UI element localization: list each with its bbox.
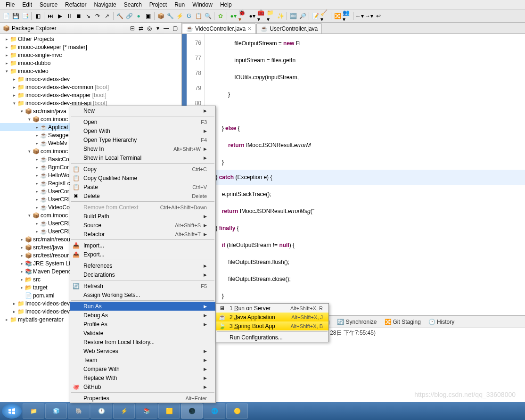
ctx-profile-as[interactable]: Profile As▶ [70, 320, 215, 329]
app-icon[interactable]: 🟨 [158, 404, 180, 419]
expander-icon[interactable]: ▸ [4, 52, 9, 58]
ctx-show-in[interactable]: Show InAlt+Shift+W▶ [70, 144, 215, 153]
editor-body[interactable]: 76 77 78 79 80 fileOutputStream = new Fi… [182, 34, 525, 315]
expander-icon[interactable]: ▸ [34, 229, 40, 234]
ctx-validate[interactable]: Validate [70, 329, 215, 338]
expander-icon[interactable]: ▸ [4, 317, 9, 322]
menu-edit[interactable]: Edit [18, 0, 36, 9]
tree-item[interactable]: ▸ 📁 imooc-videos-dev-mapper [boot] [0, 91, 181, 99]
new-icon[interactable]: 📄 [2, 12, 10, 20]
filter-icon[interactable]: 🧹▾ [320, 12, 329, 20]
expander-icon[interactable]: ▸ [19, 245, 25, 250]
debug-dd-icon[interactable]: 🐞▾ [238, 12, 247, 20]
tasks-icon[interactable]: 📝 [311, 12, 320, 20]
ctx-restore-from-local-history-[interactable]: Restore from Local History... [70, 338, 215, 346]
wizard-icon[interactable]: ✨ [276, 12, 285, 20]
ctx-debug-as[interactable]: Debug As▶ [70, 311, 215, 320]
link-editor-icon[interactable]: ⇄ [137, 25, 145, 32]
stepover-icon[interactable]: ↷ [93, 12, 102, 20]
preview-icon[interactable]: 🟡 [226, 404, 248, 419]
ctx-declarations[interactable]: Declarations▶ [70, 270, 215, 279]
ctx-properties[interactable]: PropertiesAlt+Enter [70, 394, 215, 403]
relaunch-icon[interactable]: ● [134, 12, 143, 20]
menu-search[interactable]: Search [120, 0, 146, 9]
minimize-icon[interactable]: — [163, 25, 170, 32]
menu-refactor[interactable]: Refactor [61, 0, 90, 9]
stop-icon[interactable]: ⏹ [74, 12, 83, 20]
pause-icon[interactable]: ⏸ [65, 12, 74, 20]
ctx-compare-with[interactable]: Compare With▶ [70, 364, 215, 373]
stepout-icon[interactable]: ↗ [103, 12, 111, 20]
run-dd-icon[interactable]: ●▾ [229, 12, 238, 20]
sub--pring-boot-app[interactable]: 🍃3 Spring Boot AppAlt+Shift+X, B [216, 321, 328, 330]
ctx-import-[interactable]: 📥Import... [70, 241, 215, 250]
new2-dd-icon[interactable]: 📁▾ [267, 12, 275, 20]
expander-icon[interactable]: ▸ [34, 221, 40, 226]
ctx-open-type-hierarchy[interactable]: Open Type HierarchyF4 [70, 135, 215, 144]
menu-navigate[interactable]: Navigate [90, 0, 120, 9]
expander-icon[interactable]: ▸ [19, 277, 25, 282]
boot-dash-icon[interactable]: ▣ [144, 12, 152, 20]
tool1-icon[interactable]: 📦 [156, 12, 165, 20]
last-edit-icon[interactable]: ↩ [374, 12, 383, 20]
beans-icon[interactable]: ✿ [216, 12, 225, 20]
ctx-source[interactable]: SourceAlt+Shift+S▶ [70, 221, 215, 230]
menu-window[interactable]: Window [189, 0, 216, 9]
ctx-open-with[interactable]: Open With▶ [70, 126, 215, 135]
focus-icon[interactable]: ◎ [146, 25, 153, 32]
editor-tab-user[interactable]: ☕ UserController.java [256, 23, 322, 33]
link-icon[interactable]: 🔗 [125, 12, 133, 20]
build-icon[interactable]: 🔨 [115, 12, 124, 20]
explorer-icon[interactable]: 📁 [23, 404, 44, 419]
expander-icon[interactable]: ▸ [34, 205, 40, 210]
code-content[interactable]: fileOutputStream = new Fi inputStream = … [205, 34, 525, 315]
run-icon[interactable]: ▶ [56, 12, 64, 20]
debug-skip-icon[interactable]: ⏭ [46, 12, 55, 20]
open-type-icon[interactable]: 🔤 [289, 12, 297, 20]
expander-icon[interactable]: ▸ [11, 92, 17, 98]
expander-icon[interactable]: ▸ [34, 156, 40, 162]
tree-item[interactable]: ▸ 📁 imooc-zookeeper [* master] [0, 43, 181, 51]
ctx-delete[interactable]: ✖DeleteDelete [70, 191, 215, 200]
ctx-team[interactable]: Team▶ [70, 355, 215, 364]
menu-run[interactable]: Run [171, 0, 189, 9]
expander-icon[interactable]: ▸ [11, 76, 17, 82]
tool2-icon[interactable]: 🔧 [166, 12, 174, 20]
editor-tab-video[interactable]: ☕ VideoController.java ✕ [182, 23, 255, 33]
menu-project[interactable]: Project [146, 0, 171, 9]
expander-icon[interactable] [19, 293, 25, 298]
back-icon[interactable]: ←▾ [355, 12, 364, 20]
tree-item[interactable]: ▸ 📁 imooc-videos-dev [0, 75, 181, 83]
ctx-refactor[interactable]: RefactorAlt+Shift+T▶ [70, 230, 215, 239]
close-icon[interactable]: ✕ [247, 26, 251, 31]
ctx-build-path[interactable]: Build Path▶ [70, 212, 215, 221]
expander-icon[interactable]: ▸ [19, 237, 25, 242]
expander-icon[interactable]: ▸ [4, 60, 9, 66]
expander-icon[interactable]: ▸ [34, 140, 40, 146]
ext-dd-icon[interactable]: 🧰▾ [257, 12, 266, 20]
expander-icon[interactable]: ▸ [34, 173, 40, 178]
clock-icon[interactable]: 🕐 [90, 404, 112, 419]
expander-icon[interactable]: ▸ [34, 124, 40, 130]
sub--un-on-server[interactable]: 🖥1 Run on ServerAlt+Shift+X, R [216, 304, 328, 313]
tab-synchronize[interactable]: 🔄Synchronize [334, 318, 379, 326]
tool5-icon[interactable]: 📋 [194, 12, 203, 20]
expander-icon[interactable]: ▾ [26, 116, 32, 122]
ctx-refresh[interactable]: 🔄RefreshF5 [70, 281, 215, 290]
expander-icon[interactable]: ▸ [34, 132, 40, 138]
tab-git-staging[interactable]: 🔀Git Staging [382, 318, 424, 326]
tree-item[interactable]: ▾ 📁 imooc-video [0, 67, 181, 75]
git-icon[interactable]: 🔀 [333, 12, 342, 20]
ctx-run-as[interactable]: Run As▶ [70, 302, 215, 311]
expander-icon[interactable]: ▸ [11, 84, 17, 90]
tree-item[interactable]: ▸ 📁 imooc-single-mvc [0, 51, 181, 59]
expander-icon[interactable]: ▾ [19, 108, 25, 114]
expander-icon[interactable]: ▾ [4, 68, 9, 74]
ctx-replace-with[interactable]: Replace With▶ [70, 373, 215, 382]
virtualbox-icon[interactable]: 🧊 [45, 404, 67, 419]
ctx-references[interactable]: References▶ [70, 261, 215, 270]
expander-icon[interactable]: ▸ [34, 189, 40, 194]
expander-icon[interactable]: ▸ [34, 181, 40, 186]
fwd-icon[interactable]: →▾ [365, 12, 373, 20]
expander-icon[interactable]: ▾ [26, 213, 32, 218]
